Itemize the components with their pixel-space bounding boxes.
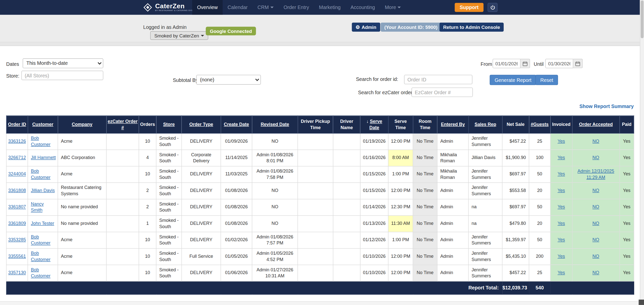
order-id-link[interactable]: 3355561 <box>8 254 26 259</box>
column-header-store[interactable]: Store <box>156 116 182 133</box>
return-admin-console-button[interactable]: Return to Admin Console <box>439 23 504 32</box>
cell-create_date: 01/08/2026 <box>221 183 252 199</box>
order-id-link[interactable]: 3353285 <box>8 237 26 242</box>
orders-report-table: Order IDCustomerCompanyezCater Order #Or… <box>6 116 634 295</box>
customer-link[interactable]: Bob Customer <box>31 250 51 262</box>
customer-link[interactable]: Nancy Smith <box>31 201 44 213</box>
invoiced-link[interactable]: Yes <box>558 254 565 259</box>
from-date-input[interactable] <box>493 59 520 68</box>
account-id-button[interactable]: (Your Account ID: 5900) <box>381 23 441 32</box>
cell-revised_date: Admin 01/05/2026 4:52 PM <box>252 248 298 265</box>
cell-order_id: 3361808 <box>6 183 28 199</box>
invoiced-link[interactable]: Yes <box>558 237 565 242</box>
order-id-link[interactable]: 3361808 <box>8 188 26 193</box>
store-input[interactable] <box>21 71 103 80</box>
column-header-ezcater[interactable]: ezCater Order # <box>106 116 139 133</box>
column-header-create_date[interactable]: Create Date <box>221 116 252 133</box>
cell-serve_time: 8:00 AM <box>388 150 413 166</box>
customer-link[interactable]: Jill Hammett <box>31 155 56 160</box>
store-selector-dropdown[interactable]: Smoked by CaterZen <box>150 31 208 40</box>
invoiced-link[interactable]: Yes <box>558 139 565 144</box>
column-header-order_type[interactable]: Order Type <box>182 116 221 133</box>
order-id-link[interactable]: 3361807 <box>8 205 26 210</box>
cell-paid: Yes <box>620 199 634 215</box>
order-accepted-link[interactable]: NO <box>592 155 599 160</box>
cell-net_sale: $1,900.90 <box>502 150 529 166</box>
order-accepted-link[interactable]: NO <box>592 188 599 193</box>
invoiced-link[interactable]: Yes <box>558 172 565 177</box>
column-header-label: Create Date <box>224 122 249 127</box>
cell-paid: Yes <box>620 232 634 248</box>
order-accepted-link[interactable]: NO <box>592 221 599 226</box>
order-accepted-link[interactable]: NO <box>592 270 599 275</box>
customer-link[interactable]: John Tester <box>31 221 54 226</box>
from-calendar-button[interactable] <box>520 59 530 68</box>
cell-order_accepted: NO <box>572 248 620 265</box>
invoiced-link[interactable]: Yes <box>558 155 565 160</box>
invoiced-link[interactable]: Yes <box>558 205 565 210</box>
customer-link[interactable]: Jillian Davis <box>31 188 55 193</box>
order-id-link[interactable]: 3266712 <box>8 155 26 160</box>
support-button[interactable]: Support <box>455 3 484 12</box>
cell-sales_rep: Jennifer Summers <box>468 183 502 199</box>
invoiced-link[interactable]: Yes <box>558 221 565 226</box>
nav-item-more[interactable]: More <box>380 0 406 15</box>
until-date-input[interactable] <box>545 59 573 68</box>
logout-power-button[interactable] <box>488 3 497 12</box>
order-id-link[interactable]: 3363126 <box>8 139 26 144</box>
cell-ezcater <box>106 150 139 166</box>
order-accepted-link[interactable]: NO <box>592 139 599 144</box>
order-id-link[interactable]: 3361809 <box>8 221 26 226</box>
order-accepted-link[interactable]: Admin 12/31/2025 11:29 AM <box>578 168 614 180</box>
order-id-link[interactable]: 3357130 <box>8 270 26 275</box>
vertical-scrollbar-thumb[interactable] <box>641 1 643 38</box>
column-header-label: Serve Time <box>394 119 407 130</box>
horizontal-scrollbar[interactable] <box>0 301 639 305</box>
nav-item-calendar[interactable]: Calendar <box>223 0 253 15</box>
dates-select[interactable]: This Month-to-date <box>23 58 103 68</box>
column-header-serve_date[interactable]: ↓ Serve Date <box>360 116 388 133</box>
google-connected-button[interactable]: Google Connected <box>206 27 256 35</box>
column-header-label: Room Time <box>419 119 431 130</box>
column-header-company[interactable]: Company <box>58 116 106 133</box>
cell-revised_date: NO <box>252 133 298 149</box>
column-header-customer[interactable]: Customer <box>28 116 58 133</box>
column-header-entered_by[interactable]: Entered By <box>437 116 468 133</box>
column-header-revised_date[interactable]: Revised Date <box>252 116 298 133</box>
order-accepted-link[interactable]: NO <box>592 254 599 259</box>
invoiced-link[interactable]: Yes <box>558 270 565 275</box>
order-id-link[interactable]: 3244004 <box>8 172 26 177</box>
search-order-id-input[interactable] <box>404 75 472 84</box>
invoiced-link[interactable]: Yes <box>558 188 565 193</box>
cell-entered_by: Admin <box>437 232 468 248</box>
customer-link[interactable]: Bob Customer <box>31 267 51 278</box>
nav-item-overview[interactable]: Overview <box>192 0 223 15</box>
nav-item-crm[interactable]: CRM <box>253 0 279 15</box>
nav-item-order-entry[interactable]: Order Entry <box>278 0 314 15</box>
reset-button[interactable]: Reset <box>535 75 558 85</box>
cell-guests: 25 <box>529 133 550 149</box>
customer-link[interactable]: Bob Customer <box>31 135 51 147</box>
show-report-summary-link[interactable]: Show Report Summary <box>579 104 634 109</box>
nav-item-marketing[interactable]: Marketing <box>314 0 345 15</box>
admin-button[interactable]: ⚙ Admin <box>352 23 380 32</box>
generate-report-button[interactable]: Generate Report <box>490 75 536 85</box>
vertical-scrollbar[interactable] <box>640 0 644 305</box>
column-header-order_id[interactable]: Order ID <box>6 116 28 133</box>
order-accepted-link[interactable]: NO <box>592 237 599 242</box>
customer-link[interactable]: Bob Customer <box>31 168 51 180</box>
cell-order_accepted: NO <box>572 199 620 215</box>
brand-logo[interactable]: CaterZen BY RESTAURANT & CATERING SYSTEM… <box>143 0 199 15</box>
cell-serve_time: 1:00 PM <box>388 232 413 248</box>
column-header-order_accepted[interactable]: Order Accepted <box>572 116 620 133</box>
nav-item-accounting[interactable]: Accounting <box>346 0 380 15</box>
column-header-guests[interactable]: #Guests <box>529 116 550 133</box>
customer-link[interactable]: Bob Customer <box>31 234 51 245</box>
search-ezcater-input[interactable] <box>412 87 473 97</box>
gear-icon: ⚙ <box>355 25 360 30</box>
subtotal-by-select[interactable]: (none) <box>196 75 261 85</box>
cell-paid: Yes <box>620 150 634 166</box>
column-header-sales_rep[interactable]: Sales Rep <box>468 116 502 133</box>
order-accepted-link[interactable]: NO <box>592 205 599 210</box>
until-calendar-button[interactable] <box>573 59 583 68</box>
